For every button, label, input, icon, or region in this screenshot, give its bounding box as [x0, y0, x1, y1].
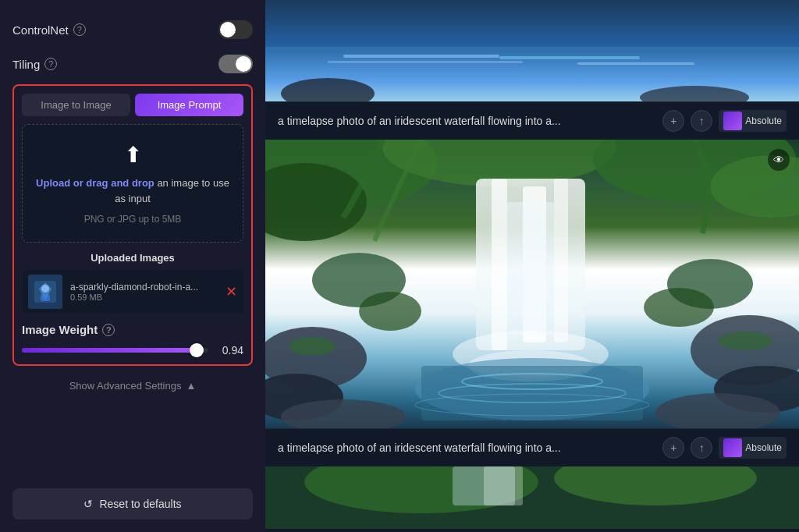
first-prompt-row: a timelapse photo of an iridescent water… [265, 101, 799, 140]
add-icon-2: + [670, 442, 676, 454]
controlnet-toggle[interactable] [218, 20, 253, 39]
advanced-settings-arrow-icon: ▲ [186, 380, 196, 392]
svg-rect-10 [577, 62, 694, 65]
first-avatar-chip: Absolute [719, 110, 787, 132]
svg-rect-4 [41, 295, 50, 301]
svg-point-25 [289, 337, 336, 356]
uploaded-item: a-sparkly-diamond-robot-in-a... 0.59 MB … [22, 270, 243, 314]
main-waterfall-image: 👁 [265, 140, 799, 428]
image-weight-section: Image Weight ? 0.94 [22, 323, 243, 356]
slider-fill [22, 348, 197, 353]
first-prompt-text: a timelapse photo of an iridescent water… [278, 115, 656, 127]
svg-rect-8 [328, 61, 523, 63]
upload-icon: ↑ [699, 115, 705, 127]
upload-subtext: PNG or JPG up to 5MB [84, 214, 182, 225]
main-content: a timelapse photo of an iridescent water… [265, 0, 799, 532]
bottom-image-strip [265, 466, 799, 529]
second-upload-button[interactable]: ↑ [691, 437, 712, 459]
upload-arrow-icon: ⬆ [124, 142, 142, 168]
second-prompt-text: a timelapse photo of an iridescent water… [278, 442, 656, 454]
controlnet-text: ControlNet [12, 23, 69, 37]
uploaded-file-name: a-sparkly-diamond-robot-in-a... [70, 282, 218, 293]
avatar-image-2 [723, 438, 742, 457]
avatar-image [723, 112, 742, 130]
uploaded-thumbnail [28, 275, 62, 309]
svg-rect-31 [507, 202, 554, 335]
avatar-label: Absolute [745, 115, 782, 126]
image-weight-label: Image Weight ? [22, 323, 243, 336]
upload-link-text: Upload or drag and drop [36, 177, 154, 189]
tiling-row: Tiling ? [12, 47, 253, 81]
tab-image-prompt[interactable]: Image Prompt [135, 94, 243, 116]
svg-point-42 [644, 288, 714, 327]
upload-instruction: Upload or drag and drop an image to use … [35, 176, 230, 206]
image-prompt-panel: Image to Image Image Prompt ⬆ Upload or … [12, 84, 253, 366]
eye-icon: 👁 [773, 154, 784, 166]
first-add-button[interactable]: + [662, 110, 684, 132]
svg-rect-30 [554, 179, 568, 342]
first-upload-button[interactable]: ↑ [691, 110, 712, 132]
svg-point-3 [41, 285, 49, 293]
tiling-text: Tiling [12, 58, 40, 71]
sidebar: ControlNet ? Tiling ? Image to Image Ima… [0, 0, 265, 532]
svg-point-41 [359, 292, 421, 331]
reset-icon: ↺ [83, 498, 93, 510]
add-icon: + [670, 115, 676, 127]
eye-overlay-button[interactable]: 👁 [768, 149, 790, 171]
tiling-toggle-knob [236, 56, 251, 72]
svg-rect-47 [484, 466, 523, 505]
image-weight-help-icon[interactable]: ? [102, 324, 115, 336]
delete-uploaded-button[interactable]: ✕ [225, 283, 237, 300]
uploaded-file-info: a-sparkly-diamond-robot-in-a... 0.59 MB [70, 282, 218, 302]
svg-rect-9 [499, 56, 640, 59]
tab-row: Image to Image Image Prompt [22, 94, 243, 116]
upload-dropzone[interactable]: ⬆ Upload or drag and drop an image to us… [22, 124, 243, 243]
tab-image-to-image[interactable]: Image to Image [22, 94, 130, 116]
controlnet-label: ControlNet ? [12, 23, 86, 37]
tiling-label: Tiling ? [12, 58, 57, 71]
uploaded-file-size: 0.59 MB [70, 293, 218, 302]
slider-value-display: 0.94 [215, 344, 243, 356]
top-waterfall-image [265, 0, 799, 101]
upload-icon-2: ↑ [699, 442, 705, 454]
advanced-settings-toggle[interactable]: Show Advanced Settings ▲ [12, 380, 253, 392]
slider-knob[interactable] [190, 343, 204, 357]
reset-label: Reset to defaults [99, 498, 181, 510]
image-weight-slider[interactable] [22, 348, 208, 353]
uploaded-images-title: Uploaded Images [22, 252, 243, 264]
svg-rect-7 [343, 55, 499, 58]
second-add-button[interactable]: + [662, 437, 684, 459]
advanced-settings-label: Show Advanced Settings [69, 380, 182, 392]
avatar-label-2: Absolute [745, 442, 782, 453]
controlnet-row: ControlNet ? [12, 12, 253, 47]
image-weight-text: Image Weight [22, 323, 98, 336]
image-weight-slider-row: 0.94 [22, 344, 243, 356]
second-prompt-row: a timelapse photo of an iridescent water… [265, 428, 799, 466]
second-avatar-chip: Absolute [719, 437, 787, 459]
tiling-toggle[interactable] [218, 55, 253, 73]
svg-point-26 [718, 332, 772, 350]
controlnet-toggle-knob [220, 22, 236, 37]
controlnet-help-icon[interactable]: ? [73, 23, 86, 36]
svg-rect-28 [492, 179, 507, 350]
tiling-help-icon[interactable]: ? [44, 58, 57, 70]
reset-defaults-button[interactable]: ↺ Reset to defaults [12, 488, 253, 520]
